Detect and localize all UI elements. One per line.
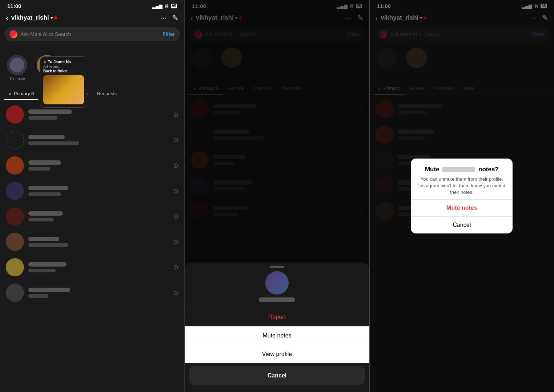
chat-info <box>28 237 169 247</box>
chat-avatar <box>6 258 24 276</box>
dialog-body-3: Mute notes? You can unmute them from the… <box>411 159 513 200</box>
panel-3: 11:00 ▂▄▆ ⌘ 98 ‹ vikhyat_rishi ▾ ··· ✎ A… <box>370 0 554 392</box>
chat-name-bar <box>28 211 63 216</box>
chat-row[interactable]: ⊙ <box>0 255 184 280</box>
chat-list-1: ⊙ ⊙ ⊙ ⊙ <box>0 100 184 307</box>
username-1: vikhyat_rishi <box>11 14 49 21</box>
chat-info <box>28 109 169 120</box>
online-dot-1 <box>54 16 57 19</box>
chat-avatar <box>6 284 24 302</box>
music-card-artist-1: Atif Aslam,... <box>43 65 84 68</box>
chat-row[interactable]: ⊙ <box>0 204 184 229</box>
back-button-1[interactable]: ‹ <box>6 14 8 22</box>
camera-icon[interactable]: ⊙ <box>173 212 178 220</box>
tab-requests-1[interactable]: Requests <box>92 87 121 100</box>
mute-dialog-3: Mute notes? You can unmute them from the… <box>411 159 513 234</box>
signal-icon-1: ▂▄▆ <box>152 3 162 9</box>
chat-row[interactable]: ⊙ <box>0 102 184 127</box>
camera-icon[interactable]: ⊙ <box>173 238 178 246</box>
chat-info <box>28 186 169 196</box>
wifi-icon-1: ⌘ <box>164 3 169 9</box>
chat-avatar <box>6 105 24 124</box>
meta-ai-icon-1 <box>9 30 17 38</box>
panel-1: 11:00 ▂▄▆ ⌘ 95 ‹ vikhyat_rishi ▾ ··· ✎ A… <box>0 0 185 392</box>
chat-name-bar <box>28 237 59 241</box>
chat-avatar <box>6 182 24 200</box>
filter-button-1[interactable]: Filter <box>162 31 175 37</box>
mute-notes-button-2[interactable]: Mute notes <box>185 326 369 345</box>
chat-name-bar <box>28 135 65 139</box>
dialog-redacted-name-3 <box>442 167 475 172</box>
view-profile-button-2[interactable]: View profile <box>185 345 369 363</box>
chat-name-bar <box>28 186 68 190</box>
sheet-handle-2 <box>270 266 284 268</box>
search-bar-1[interactable]: Ask Meta AI or Search Filter <box>4 27 180 41</box>
camera-icon[interactable]: ⊙ <box>173 136 178 144</box>
dialog-title-suffix-3: notes? <box>478 166 499 173</box>
chat-avatar <box>6 233 24 251</box>
header-actions-1: ··· ✎ <box>161 13 179 22</box>
chat-avatar <box>6 207 24 225</box>
chat-info <box>28 211 169 221</box>
chat-row[interactable]: ⊙ <box>0 178 184 204</box>
music-card-title-1: ♫ Tu Jaane Na <box>43 60 84 64</box>
dialog-title-prefix-3: Mute <box>425 166 439 173</box>
primary-dot-1 <box>9 93 11 95</box>
bottom-sheet-2: Report Mute notes View profile Cancel <box>185 263 369 392</box>
camera-icon[interactable]: ⊙ <box>173 289 178 297</box>
chat-header-1: ‹ vikhyat_rishi ▾ ··· ✎ <box>0 11 184 25</box>
your-note-label-1: Your note <box>9 77 25 81</box>
edit-icon-1[interactable]: ✎ <box>172 13 178 22</box>
camera-icon[interactable]: ⊙ <box>173 161 178 169</box>
chat-msg-bar <box>28 192 61 196</box>
your-note-avatar-1 <box>7 55 27 75</box>
chat-info <box>28 135 169 145</box>
chat-msg-bar <box>28 167 50 171</box>
chat-name-bar <box>28 288 70 292</box>
chat-info <box>28 160 169 171</box>
notes-area-1: Your note …… <box>0 52 184 84</box>
chat-row[interactable]: ⊙ <box>0 280 184 305</box>
cancel-button-sheet-2[interactable]: Cancel <box>189 366 365 385</box>
battery-icon-1: 95 <box>171 4 177 8</box>
header-title-1: vikhyat_rishi ▾ <box>11 14 158 21</box>
chat-avatar <box>6 131 24 149</box>
report-button-2[interactable]: Report <box>185 308 369 326</box>
search-placeholder-1: Ask Meta AI or Search <box>20 31 160 37</box>
music-card-text-1: Back to Noida <box>43 69 84 73</box>
chat-info <box>28 262 169 272</box>
camera-icon[interactable]: ⊙ <box>173 111 178 119</box>
music-card-1: ♫ Tu Jaane Na Atif Aslam,... Back to Noi… <box>40 56 87 108</box>
tabs-1: Primary 6 General Channels Requests <box>0 87 184 100</box>
sheet-name-bar-2 <box>259 297 295 302</box>
panel-2: 11:00 ▂▄▆ ⌘ 95 ‹ vikhyat_rishi ▾ ··· ✎ A… <box>185 0 369 392</box>
dropdown-icon-1: ▾ <box>51 15 53 20</box>
chat-msg-bar <box>28 269 56 272</box>
camera-icon[interactable]: ⊙ <box>173 187 178 195</box>
cancel-button-dialog-3[interactable]: Cancel <box>411 216 513 233</box>
camera-icon[interactable]: ⊙ <box>173 263 178 271</box>
tab-primary-1[interactable]: Primary 6 <box>4 87 38 100</box>
status-icons-1: ▂▄▆ ⌘ 95 <box>152 3 177 9</box>
chat-msg-bar <box>28 243 68 247</box>
chat-msg-bar <box>28 116 57 120</box>
chat-msg-bar <box>28 218 54 221</box>
chat-name-bar <box>28 262 67 267</box>
chat-avatar <box>6 156 24 175</box>
music-note-icon-1: ♫ <box>43 60 46 64</box>
your-note-1[interactable]: Your note <box>4 55 30 81</box>
chat-row[interactable]: ⊙ <box>0 127 184 153</box>
more-options-icon-1[interactable]: ··· <box>161 13 167 22</box>
chat-row[interactable]: ⊙ <box>0 229 184 255</box>
sheet-avatar-2 <box>265 271 289 295</box>
chat-row[interactable]: ⊙ <box>0 153 184 178</box>
dialog-overlay-3: Mute notes? You can unmute them from the… <box>370 0 554 392</box>
dialog-title-3: Mute notes? <box>418 166 505 173</box>
chat-name-bar <box>28 160 61 165</box>
status-time-1: 11:00 <box>7 3 21 9</box>
status-bar-1: 11:00 ▂▄▆ ⌘ 95 <box>0 0 184 11</box>
dialog-description-3: You can unmute them from their profile. … <box>418 176 505 196</box>
mute-notes-confirm-button-3[interactable]: Mute notes <box>411 199 513 216</box>
chat-name-bar <box>28 109 72 114</box>
chat-msg-bar <box>28 294 48 298</box>
